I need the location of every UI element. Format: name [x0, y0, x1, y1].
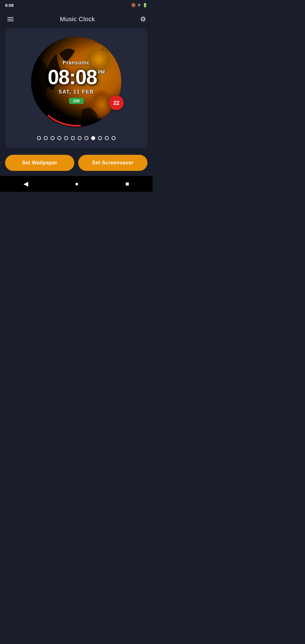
page-dot-3[interactable]	[51, 136, 55, 140]
bell-mute-icon: 🔕	[131, 3, 136, 7]
clock-content: Pransuinc 08:08 PM SAT, 11 FEB 100	[31, 37, 121, 127]
set-screensaver-button[interactable]: Set Screensaver	[78, 155, 147, 171]
clock-date: SAT, 11 FEB	[58, 89, 94, 95]
clock-container: ♪♫♩ Pransuinc 08:08 PM SAT, 11 FEB 100 2…	[31, 37, 121, 127]
page-dot-10[interactable]	[98, 136, 102, 140]
clock-ampm: PM	[98, 70, 105, 75]
status-icons: 🔕 ✈ 🔋	[131, 3, 147, 7]
clock-time-row: 08:08 PM	[48, 67, 105, 87]
page-dot-1[interactable]	[37, 136, 41, 140]
app-title: Music Clock	[60, 16, 95, 23]
page-dot-7[interactable]	[78, 136, 82, 140]
battery-icon: 🔋	[143, 3, 147, 7]
page-dot-5[interactable]	[64, 136, 68, 140]
back-button[interactable]: ◀	[23, 180, 28, 188]
hamburger-icon	[6, 16, 15, 22]
clock-time: 08:08	[48, 67, 97, 87]
nav-bar: ◀ ● ■	[0, 176, 152, 192]
status-bar: 8:08 🔕 ✈ 🔋	[0, 0, 152, 10]
airplane-icon: ✈	[138, 3, 141, 7]
page-dot-12[interactable]	[112, 136, 116, 140]
gear-icon: ⚙	[140, 15, 146, 23]
clock-username: Pransuinc	[63, 60, 90, 66]
notification-count: 22	[113, 100, 119, 106]
recent-button[interactable]: ■	[125, 180, 129, 188]
clock-battery: 100	[69, 98, 83, 104]
settings-button[interactable]: ⚙	[139, 14, 147, 24]
home-button[interactable]: ●	[75, 180, 79, 188]
main-card: ♪♫♩ Pransuinc 08:08 PM SAT, 11 FEB 100 2…	[5, 28, 147, 148]
page-dot-6[interactable]	[71, 136, 75, 140]
page-dot-2[interactable]	[44, 136, 48, 140]
notification-badge: 22	[109, 95, 124, 110]
bottom-buttons: Set Wallpaper Set Screensaver	[0, 148, 152, 176]
page-dot-8[interactable]	[84, 136, 88, 140]
app-bar: Music Clock ⚙	[0, 10, 152, 28]
set-wallpaper-button[interactable]: Set Wallpaper	[5, 155, 74, 171]
page-dot-9[interactable]	[91, 136, 95, 140]
page-dot-4[interactable]	[57, 136, 61, 140]
page-dots	[37, 136, 116, 140]
menu-button[interactable]	[5, 15, 16, 23]
clock-face: ♪♫♩ Pransuinc 08:08 PM SAT, 11 FEB 100	[31, 37, 121, 127]
status-time: 8:08	[5, 3, 14, 8]
page-dot-11[interactable]	[105, 136, 109, 140]
